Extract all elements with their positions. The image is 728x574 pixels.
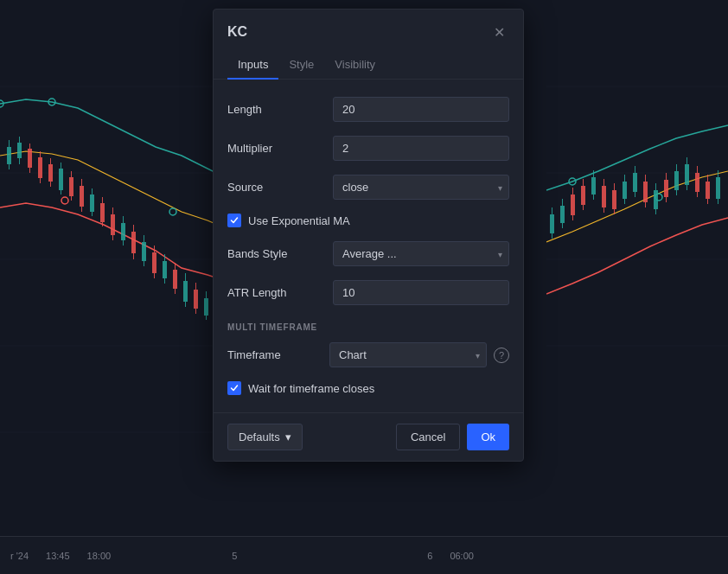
bands-style-select-wrap: Average ... True Range ATR ▾ (333, 241, 509, 266)
length-row: Length (227, 90, 509, 129)
atr-length-label: ATR Length (227, 286, 322, 299)
dialog-header: KC ✕ (214, 10, 523, 42)
use-exponential-ma-row: Use Exponential MA (227, 207, 509, 234)
dialog-body: Length Multiplier Source close open high… (214, 80, 523, 412)
defaults-button[interactable]: Defaults ▾ (227, 424, 303, 450)
wait-for-timeframe-closes-row: Wait for timeframe closes (227, 374, 509, 402)
timeframe-help-icon[interactable]: ? (494, 348, 509, 363)
use-exponential-ma-label[interactable]: Use Exponential MA (248, 214, 350, 227)
tabs: Inputs Style Visibility (214, 51, 523, 80)
atr-length-input[interactable] (333, 280, 509, 305)
bands-style-select[interactable]: Average ... True Range ATR (333, 241, 509, 266)
tab-style[interactable]: Style (278, 51, 324, 80)
tab-visibility[interactable]: Visibility (324, 51, 386, 80)
dialog-footer: Defaults ▾ Cancel Ok (214, 412, 523, 461)
timeframe-select-wrap: Chart 1m 5m 15m 1h 4h 1D ▾ (329, 342, 487, 367)
dialog-title: KC (227, 24, 247, 40)
source-label: Source (227, 181, 322, 194)
multiplier-row: Multiplier (227, 129, 509, 168)
cancel-button[interactable]: Cancel (396, 424, 460, 450)
length-label: Length (227, 103, 322, 116)
use-exponential-ma-checkbox[interactable] (227, 214, 241, 227)
multiplier-input[interactable] (333, 136, 509, 161)
wait-for-timeframe-closes-label[interactable]: Wait for timeframe closes (248, 382, 374, 395)
close-button[interactable]: ✕ (489, 22, 509, 42)
bands-style-row: Bands Style Average ... True Range ATR ▾ (227, 234, 509, 273)
dialog-overlay: KC ✕ Inputs Style Visibility Length Mult… (0, 0, 728, 574)
timeframe-row: Timeframe Chart 1m 5m 15m 1h 4h 1D ▾ ? (227, 335, 509, 374)
footer-right: Cancel Ok (396, 424, 509, 450)
multi-timeframe-section-header: MULTI TIMEFRAME (227, 312, 509, 335)
kc-dialog: KC ✕ Inputs Style Visibility Length Mult… (213, 9, 524, 462)
source-select[interactable]: close open high low hl2 hlc3 ohlc4 (333, 175, 509, 200)
timeframe-label: Timeframe (227, 348, 322, 361)
source-select-wrap: close open high low hl2 hlc3 ohlc4 ▾ (333, 175, 509, 200)
tab-inputs[interactable]: Inputs (227, 51, 278, 80)
defaults-label: Defaults (239, 430, 280, 443)
source-row: Source close open high low hl2 hlc3 ohlc… (227, 168, 509, 207)
multiplier-label: Multiplier (227, 142, 322, 155)
bands-style-label: Bands Style (227, 247, 322, 260)
ok-button[interactable]: Ok (467, 424, 509, 450)
length-input[interactable] (333, 97, 509, 122)
timeframe-select[interactable]: Chart 1m 5m 15m 1h 4h 1D (329, 342, 487, 367)
wait-for-timeframe-closes-checkbox[interactable] (227, 381, 241, 395)
atr-length-row: ATR Length (227, 273, 509, 312)
defaults-chevron-icon: ▾ (285, 430, 291, 443)
